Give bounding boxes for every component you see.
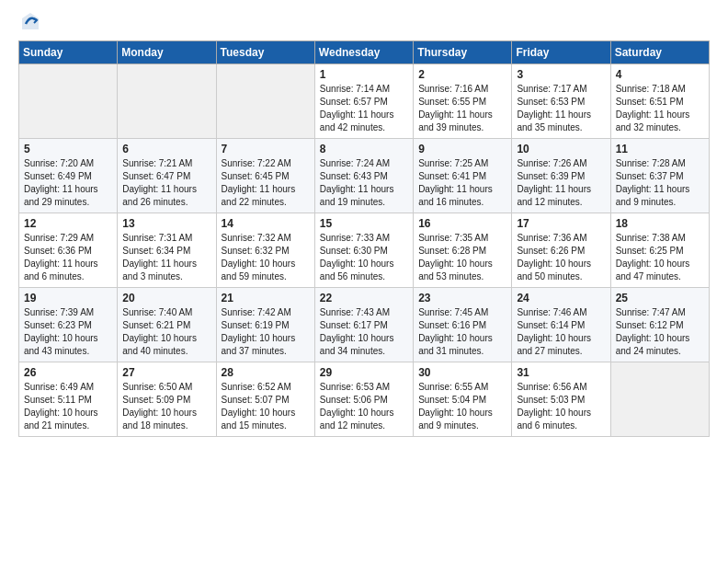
calendar-cell: 13Sunrise: 7:31 AM Sunset: 6:34 PM Dayli… (118, 213, 216, 288)
day-info: Sunrise: 7:29 AM Sunset: 6:36 PM Dayligh… (24, 232, 112, 283)
day-info: Sunrise: 7:40 AM Sunset: 6:21 PM Dayligh… (122, 306, 210, 358)
day-info: Sunrise: 7:39 AM Sunset: 6:23 PM Dayligh… (24, 306, 112, 358)
weekday-header-saturday: Saturday (610, 41, 709, 64)
logo (18, 15, 40, 31)
day-number: 2 (418, 68, 506, 81)
day-number: 29 (320, 366, 408, 379)
calendar-cell: 14Sunrise: 7:32 AM Sunset: 6:32 PM Dayli… (216, 213, 314, 288)
calendar-cell (610, 362, 709, 437)
day-number: 25 (616, 292, 704, 304)
day-info: Sunrise: 7:22 AM Sunset: 6:45 PM Dayligh… (222, 157, 310, 209)
day-number: 1 (320, 68, 408, 81)
day-number: 24 (517, 292, 605, 304)
weekday-header-sunday: Sunday (19, 41, 118, 64)
day-number: 28 (222, 366, 310, 379)
day-info: Sunrise: 6:49 AM Sunset: 5:11 PM Dayligh… (24, 381, 112, 432)
calendar-week-5: 26Sunrise: 6:49 AM Sunset: 5:11 PM Dayli… (19, 362, 710, 437)
calendar-cell (216, 64, 314, 139)
day-number: 18 (616, 217, 704, 230)
calendar-cell: 2Sunrise: 7:16 AM Sunset: 6:55 PM Daylig… (414, 64, 512, 139)
header (18, 15, 710, 31)
calendar-week-2: 5Sunrise: 7:20 AM Sunset: 6:49 PM Daylig… (19, 139, 710, 213)
day-number: 14 (222, 217, 310, 230)
day-info: Sunrise: 6:50 AM Sunset: 5:09 PM Dayligh… (122, 381, 210, 432)
day-info: Sunrise: 7:26 AM Sunset: 6:39 PM Dayligh… (517, 157, 605, 209)
day-info: Sunrise: 7:28 AM Sunset: 6:37 PM Dayligh… (616, 157, 704, 209)
day-number: 9 (418, 143, 506, 155)
calendar-week-3: 12Sunrise: 7:29 AM Sunset: 6:36 PM Dayli… (19, 213, 710, 288)
calendar-cell: 28Sunrise: 6:52 AM Sunset: 5:07 PM Dayli… (216, 362, 314, 437)
calendar-cell: 23Sunrise: 7:45 AM Sunset: 6:16 PM Dayli… (414, 288, 512, 362)
day-number: 10 (517, 143, 605, 155)
page-container: SundayMondayTuesdayWednesdayThursdayFrid… (0, 0, 728, 446)
calendar-cell: 31Sunrise: 6:56 AM Sunset: 5:03 PM Dayli… (512, 362, 610, 437)
day-info: Sunrise: 6:55 AM Sunset: 5:04 PM Dayligh… (418, 381, 506, 432)
day-info: Sunrise: 7:45 AM Sunset: 6:16 PM Dayligh… (418, 306, 506, 358)
day-number: 15 (320, 217, 408, 230)
calendar-cell: 19Sunrise: 7:39 AM Sunset: 6:23 PM Dayli… (19, 288, 118, 362)
day-info: Sunrise: 7:36 AM Sunset: 6:26 PM Dayligh… (517, 232, 605, 283)
calendar-cell: 1Sunrise: 7:14 AM Sunset: 6:57 PM Daylig… (314, 64, 413, 139)
calendar-cell: 5Sunrise: 7:20 AM Sunset: 6:49 PM Daylig… (19, 139, 118, 213)
calendar-cell: 22Sunrise: 7:43 AM Sunset: 6:17 PM Dayli… (314, 288, 413, 362)
calendar-week-4: 19Sunrise: 7:39 AM Sunset: 6:23 PM Dayli… (19, 288, 710, 362)
day-number: 26 (24, 366, 112, 379)
calendar-cell: 15Sunrise: 7:33 AM Sunset: 6:30 PM Dayli… (314, 213, 413, 288)
calendar-table: SundayMondayTuesdayWednesdayThursdayFrid… (18, 40, 710, 437)
day-info: Sunrise: 7:18 AM Sunset: 6:51 PM Dayligh… (616, 83, 704, 134)
day-info: Sunrise: 7:35 AM Sunset: 6:28 PM Dayligh… (418, 232, 506, 283)
day-info: Sunrise: 7:17 AM Sunset: 6:53 PM Dayligh… (517, 83, 605, 134)
calendar-cell: 12Sunrise: 7:29 AM Sunset: 6:36 PM Dayli… (19, 213, 118, 288)
day-info: Sunrise: 6:52 AM Sunset: 5:07 PM Dayligh… (222, 381, 310, 432)
calendar-cell (118, 64, 216, 139)
day-number: 21 (222, 292, 310, 304)
calendar-cell: 24Sunrise: 7:46 AM Sunset: 6:14 PM Dayli… (512, 288, 610, 362)
calendar-cell: 18Sunrise: 7:38 AM Sunset: 6:25 PM Dayli… (610, 213, 709, 288)
weekday-header-tuesday: Tuesday (216, 41, 314, 64)
day-info: Sunrise: 7:31 AM Sunset: 6:34 PM Dayligh… (122, 232, 210, 283)
day-number: 5 (24, 143, 112, 155)
calendar-cell: 16Sunrise: 7:35 AM Sunset: 6:28 PM Dayli… (414, 213, 512, 288)
day-info: Sunrise: 7:47 AM Sunset: 6:12 PM Dayligh… (616, 306, 704, 358)
day-info: Sunrise: 7:24 AM Sunset: 6:43 PM Dayligh… (320, 157, 408, 209)
calendar-cell: 29Sunrise: 6:53 AM Sunset: 5:06 PM Dayli… (314, 362, 413, 437)
calendar-cell: 8Sunrise: 7:24 AM Sunset: 6:43 PM Daylig… (314, 139, 413, 213)
calendar-cell: 11Sunrise: 7:28 AM Sunset: 6:37 PM Dayli… (610, 139, 709, 213)
day-info: Sunrise: 7:21 AM Sunset: 6:47 PM Dayligh… (122, 157, 210, 209)
calendar-cell: 9Sunrise: 7:25 AM Sunset: 6:41 PM Daylig… (414, 139, 512, 213)
day-info: Sunrise: 7:46 AM Sunset: 6:14 PM Dayligh… (517, 306, 605, 358)
day-number: 30 (418, 366, 506, 379)
logo-icon (20, 11, 40, 31)
calendar-cell: 30Sunrise: 6:55 AM Sunset: 5:04 PM Dayli… (414, 362, 512, 437)
day-info: Sunrise: 7:38 AM Sunset: 6:25 PM Dayligh… (616, 232, 704, 283)
day-number: 3 (517, 68, 605, 81)
day-info: Sunrise: 7:43 AM Sunset: 6:17 PM Dayligh… (320, 306, 408, 358)
calendar-cell: 26Sunrise: 6:49 AM Sunset: 5:11 PM Dayli… (19, 362, 118, 437)
day-info: Sunrise: 7:33 AM Sunset: 6:30 PM Dayligh… (320, 232, 408, 283)
day-number: 12 (24, 217, 112, 230)
day-number: 16 (418, 217, 506, 230)
day-number: 19 (24, 292, 112, 304)
calendar-cell: 4Sunrise: 7:18 AM Sunset: 6:51 PM Daylig… (610, 64, 709, 139)
day-info: Sunrise: 6:56 AM Sunset: 5:03 PM Dayligh… (517, 381, 605, 432)
day-number: 8 (320, 143, 408, 155)
weekday-header-friday: Friday (512, 41, 610, 64)
day-number: 11 (616, 143, 704, 155)
day-number: 22 (320, 292, 408, 304)
calendar-cell: 10Sunrise: 7:26 AM Sunset: 6:39 PM Dayli… (512, 139, 610, 213)
day-number: 31 (517, 366, 605, 379)
day-info: Sunrise: 7:20 AM Sunset: 6:49 PM Dayligh… (24, 157, 112, 209)
day-info: Sunrise: 7:42 AM Sunset: 6:19 PM Dayligh… (222, 306, 310, 358)
day-number: 13 (122, 217, 210, 230)
calendar-week-1: 1Sunrise: 7:14 AM Sunset: 6:57 PM Daylig… (19, 64, 710, 139)
weekday-header-thursday: Thursday (414, 41, 512, 64)
weekday-header-row: SundayMondayTuesdayWednesdayThursdayFrid… (19, 41, 710, 64)
calendar-cell: 27Sunrise: 6:50 AM Sunset: 5:09 PM Dayli… (118, 362, 216, 437)
calendar-cell: 20Sunrise: 7:40 AM Sunset: 6:21 PM Dayli… (118, 288, 216, 362)
day-info: Sunrise: 7:14 AM Sunset: 6:57 PM Dayligh… (320, 83, 408, 134)
day-number: 20 (122, 292, 210, 304)
weekday-header-monday: Monday (118, 41, 216, 64)
calendar-cell: 7Sunrise: 7:22 AM Sunset: 6:45 PM Daylig… (216, 139, 314, 213)
day-number: 27 (122, 366, 210, 379)
day-number: 17 (517, 217, 605, 230)
